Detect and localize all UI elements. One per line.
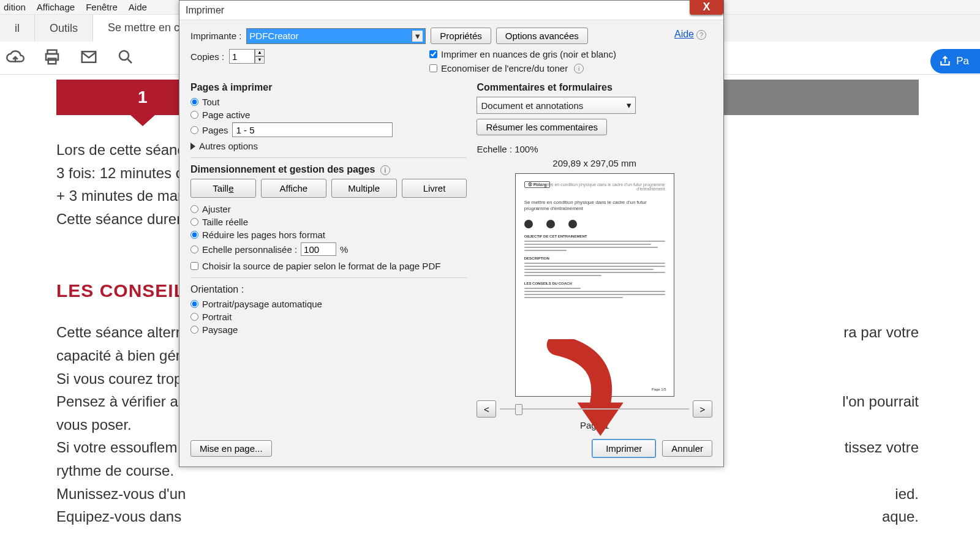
comments-section-title: Commentaires et formulaires — [477, 82, 712, 93]
print-dialog: Imprimer X Aide? Imprimante : PDFCreator… — [179, 0, 724, 467]
svg-point-4 — [119, 51, 129, 60]
radio-orient-portrait-label: Portrait — [202, 312, 232, 322]
percent-label: % — [340, 244, 348, 255]
copies-label: Copies : — [190, 51, 224, 62]
doc-line: Equipez-vous dansaque. — [56, 506, 919, 527]
print-button[interactable]: Imprimer — [592, 439, 656, 458]
tab-multiple[interactable]: Multiple — [331, 179, 397, 198]
radio-all-label: Tout — [202, 97, 219, 107]
properties-button[interactable]: Propriétés — [431, 28, 491, 44]
step-5 — [746, 80, 919, 115]
help-info-icon: ? — [696, 30, 706, 40]
menu-edit[interactable]: dition — [4, 2, 26, 12]
radio-custom-scale[interactable] — [190, 246, 198, 253]
radio-shrink[interactable] — [190, 231, 198, 239]
tab-booklet[interactable]: Livret — [402, 179, 467, 198]
radio-shrink-label: Réduire les pages hors format — [202, 230, 325, 240]
more-options-expander[interactable]: Autres options — [190, 141, 467, 151]
grayscale-checkbox[interactable] — [429, 50, 437, 58]
sizing-info-icon: i — [380, 165, 390, 175]
tab-home[interactable]: il — [0, 15, 35, 42]
printer-label: Imprimante : — [190, 31, 241, 41]
comments-select[interactable]: Document et annotations ▾ — [477, 97, 636, 114]
dialog-titlebar[interactable]: Imprimer X — [179, 1, 723, 20]
doc-line: Munissez-vous d'unied. — [56, 484, 919, 504]
radio-orient-auto[interactable] — [190, 300, 198, 308]
grayscale-label: Imprimer en nuances de gris (noir et bla… — [441, 49, 616, 59]
advanced-options-button[interactable]: Options avancées — [496, 28, 588, 44]
tab-size[interactable]: Taille — [190, 179, 256, 198]
close-icon[interactable]: X — [690, 0, 723, 15]
summarize-comments-button[interactable]: Résumer les commentaires — [477, 119, 607, 135]
toner-info-icon: i — [574, 64, 584, 73]
copies-input[interactable] — [229, 49, 255, 64]
radio-orient-landscape[interactable] — [190, 326, 198, 334]
radio-active-label: Page active — [202, 110, 250, 120]
preview-next-button[interactable]: > — [693, 400, 712, 418]
radio-active[interactable] — [190, 111, 198, 119]
page-range-input[interactable] — [232, 122, 393, 137]
paper-source-checkbox[interactable] — [190, 262, 198, 270]
printer-select[interactable]: PDFCreator ▾ — [246, 28, 426, 44]
chevron-down-icon: ▾ — [627, 100, 631, 111]
orientation-section-title: Orientation : — [190, 284, 467, 295]
chevron-right-icon — [190, 143, 195, 150]
radio-fit-label: Ajuster — [202, 204, 231, 214]
cloud-upload-icon[interactable] — [6, 48, 24, 69]
paper-source-label: Choisir la source de papier selon le for… — [202, 261, 440, 271]
print-icon[interactable] — [43, 48, 61, 69]
sizing-section-title: Dimensionnement et gestion des pages i — [190, 164, 467, 175]
save-toner-label: Economiser de l'encre/du toner — [441, 63, 568, 73]
menu-view[interactable]: Affichage — [37, 2, 75, 12]
radio-orient-portrait[interactable] — [190, 313, 198, 321]
share-button[interactable]: Pa — [930, 49, 980, 73]
help-link[interactable]: Aide? — [674, 29, 706, 40]
radio-range[interactable] — [190, 126, 198, 134]
save-toner-checkbox[interactable] — [429, 64, 437, 72]
radio-fit[interactable] — [190, 205, 198, 213]
page-setup-button[interactable]: Mise en page... — [190, 440, 272, 457]
copies-up-icon[interactable]: ▲ — [255, 49, 265, 56]
preview-page-slider[interactable] — [500, 403, 689, 415]
menu-help[interactable]: Aide — [129, 2, 147, 12]
scale-label: Echelle : 100% — [477, 144, 712, 154]
share-label: Pa — [956, 55, 969, 67]
chevron-down-icon: ▾ — [412, 31, 423, 42]
more-options-label: Autres options — [199, 141, 258, 151]
radio-all[interactable] — [190, 98, 198, 106]
radio-range-label: Pages — [202, 125, 228, 135]
preview-page-indicator: Page 1 — [477, 420, 712, 430]
pages-section-title: Pages à imprimer — [190, 82, 467, 93]
radio-actual[interactable] — [190, 218, 198, 226]
copies-down-icon[interactable]: ▼ — [255, 56, 265, 64]
menu-window[interactable]: Fenêtre — [86, 2, 118, 12]
tab-poster[interactable]: Affiche — [261, 179, 326, 198]
tab-tools[interactable]: Outils — [35, 15, 93, 42]
cancel-button[interactable]: Annuler — [662, 440, 712, 457]
dialog-title: Imprimer — [186, 5, 224, 16]
custom-scale-input[interactable] — [301, 242, 336, 256]
radio-actual-label: Taille réelle — [202, 217, 248, 227]
radio-orient-landscape-label: Paysage — [202, 324, 238, 335]
paper-dimensions: 209,89 x 297,05 mm — [477, 158, 712, 168]
copies-stepper[interactable]: ▲ ▼ — [229, 49, 265, 64]
print-preview: ⦿ Polarg Se mettre en condition physique… — [515, 173, 674, 397]
mail-icon[interactable] — [80, 48, 98, 69]
zoom-icon[interactable] — [116, 48, 135, 69]
radio-custom-scale-label: Echelle personnalisée : — [202, 244, 297, 255]
radio-orient-auto-label: Portrait/paysage automatique — [202, 299, 322, 309]
preview-prev-button[interactable]: < — [477, 400, 496, 418]
